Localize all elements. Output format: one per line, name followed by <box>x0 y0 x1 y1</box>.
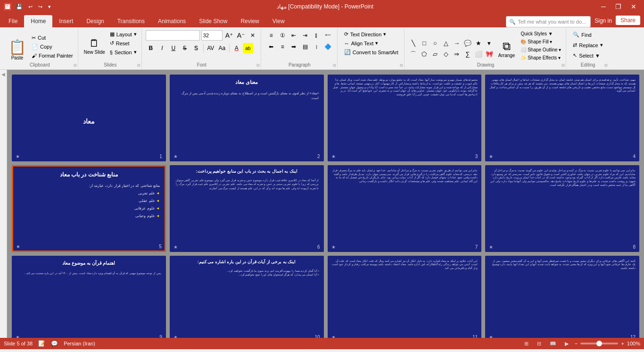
shape-block-arrow-btn[interactable]: ⇒ <box>452 49 462 59</box>
tab-design[interactable]: Design <box>80 15 110 27</box>
convert-smartart-button[interactable]: 🔄 Convert to SmartArt <box>342 48 400 56</box>
strikethrough-button[interactable]: S̶ <box>180 43 190 53</box>
share-button[interactable]: Share <box>616 16 640 25</box>
shape-diamond-btn[interactable]: ◇ <box>441 49 451 59</box>
shape-curve-btn[interactable]: ⌒ <box>408 49 419 59</box>
justify-btn[interactable]: ▤ <box>300 42 310 52</box>
zoom-level[interactable]: 100% <box>627 341 640 346</box>
tell-me-search[interactable]: 🔍 Tell me what you want to do... <box>506 16 591 27</box>
tab-review[interactable]: Review <box>234 15 265 27</box>
slide-thumb-3[interactable]: مجموعه های بسیار مهم و سرنوشت ساز آنها، … <box>328 75 482 161</box>
slide-thumb-9[interactable]: اهتمام قرآن به موضوع معاد پس از توجه، مو… <box>12 256 166 338</box>
zoom-out-btn[interactable]: − <box>575 341 578 346</box>
tab-view[interactable]: View <box>266 15 291 27</box>
zoom-slider[interactable] <box>580 343 618 344</box>
normal-view-btn[interactable]: ⊞ <box>522 340 531 348</box>
font-color-btn[interactable]: A <box>231 43 242 53</box>
shape-callout-btn[interactable]: 💬 <box>462 38 473 49</box>
shape-flowchart-btn[interactable]: ⬜ <box>473 49 484 59</box>
text-direction-button[interactable]: ⟳ Text Direction ▾ <box>342 30 400 38</box>
shadow-button[interactable]: S <box>191 43 201 53</box>
font-size-input[interactable] <box>201 30 223 41</box>
tab-insert[interactable]: Insert <box>52 15 80 27</box>
paragraph-expand-icon[interactable]: ⊡ <box>333 63 336 67</box>
align-left-btn[interactable]: ⬅ <box>266 42 276 52</box>
italic-button[interactable]: I <box>157 43 167 53</box>
tab-transitions[interactable]: Transitions <box>111 15 151 27</box>
shape-effects-button[interactable]: ✨ Shape Effects ▾ <box>519 54 563 61</box>
replace-button[interactable]: ⇄ Replace ▾ <box>570 41 605 50</box>
text-case-btn[interactable]: Aa <box>217 43 227 53</box>
shape-banner-btn[interactable]: 🎀 <box>484 49 495 59</box>
select-button[interactable]: ↖ Select ▼ <box>570 51 605 60</box>
close-btn[interactable]: ✕ <box>627 0 640 13</box>
highlight-btn[interactable]: ab <box>243 43 253 53</box>
quick-styles-button[interactable]: Quick Styles ▼ <box>519 30 563 37</box>
align-right-btn[interactable]: ➡ <box>289 42 299 52</box>
smartart-convert-btn[interactable]: 🔷 <box>322 42 333 52</box>
font-clear-btn[interactable]: ✕ <box>248 30 258 41</box>
slide-thumb-2[interactable]: معنای معاد «معاد» از نظر لغوی به معنای ب… <box>170 75 324 161</box>
cut-button[interactable]: ✂ Cut <box>30 34 75 42</box>
slide-sorter-btn[interactable]: ⊟ <box>535 340 544 348</box>
clipboard-expand-icon[interactable]: ⊡ <box>74 63 77 67</box>
increase-indent-btn[interactable]: ⇥ <box>300 30 310 41</box>
slide-grid-container[interactable]: مهم، شناخت، تأیید، و هدفمندی برای انسان … <box>7 70 644 338</box>
slide-thumb-10[interactable]: اینک به برخی از آیات قرآن در این باره اش… <box>170 256 324 338</box>
zoom-thumb[interactable] <box>596 341 602 346</box>
shape-line-btn[interactable]: ╲ <box>408 38 419 49</box>
more-quick-btn[interactable]: ▾ <box>46 3 53 11</box>
slide-thumb-1[interactable]: معاد 1 ★ <box>12 75 166 161</box>
shape-equation-btn[interactable]: ∑ <box>462 49 473 59</box>
underline-button[interactable]: U <box>168 43 179 53</box>
redo-quick-btn[interactable]: ↪ <box>36 3 44 11</box>
slide-thumb-7[interactable]: بنابراین نمی توانیم از طریق علوم تجربی ن… <box>328 165 482 252</box>
save-quick-btn[interactable]: 💾 <box>14 3 25 11</box>
shape-arrow-btn[interactable]: → <box>452 38 462 49</box>
drawing-expand-icon[interactable]: ⊡ <box>561 63 565 67</box>
slide-thumb-5[interactable]: منابع شناخت در باب معاد منابع شناختی که … <box>12 165 166 252</box>
numbering-btn[interactable]: ① <box>277 30 288 41</box>
shape-outline-button[interactable]: ⬜ Shape Outline ▾ <box>519 46 563 53</box>
texttools-expand-icon[interactable]: ⊡ <box>400 63 403 67</box>
shape-triangle-btn[interactable]: △ <box>441 38 451 49</box>
editing-expand-icon[interactable]: ⊡ <box>604 63 608 67</box>
zoom-in-btn[interactable]: + <box>621 341 624 346</box>
undo-quick-btn[interactable]: ↩ <box>26 3 34 11</box>
slides-expand-icon[interactable]: ⊡ <box>137 63 140 67</box>
slide-thumb-12[interactable]: البته این آگاهی های عرفانی برای دیگران م… <box>485 256 639 338</box>
new-slide-button[interactable]: 🗒 New Slide <box>82 35 107 57</box>
shape-parallelogram-btn[interactable]: ▱ <box>430 49 440 59</box>
columns-btn[interactable]: ⫿ <box>311 30 322 41</box>
shape-star-btn[interactable]: ★ <box>473 38 484 49</box>
bullets-btn[interactable]: ≡ <box>266 30 276 41</box>
slide-thumb-11[interactable]: این آیات علاوه بر اینکه به معاد اشاره دا… <box>328 256 482 338</box>
tab-home[interactable]: Home <box>24 15 52 27</box>
font-increase-btn[interactable]: A⁺ <box>224 30 234 41</box>
copy-button[interactable]: 📄 Copy <box>30 43 75 51</box>
scroll-left-indicator[interactable]: ◀ <box>1 72 5 77</box>
shape-pentagon-btn[interactable]: ⬠ <box>419 49 429 59</box>
font-expand-icon[interactable]: ⊡ <box>256 63 260 67</box>
font-name-input[interactable] <box>146 30 200 41</box>
section-button[interactable]: § Section ▾ <box>108 48 139 56</box>
align-center-btn[interactable]: ≡ <box>277 42 288 52</box>
tab-file[interactable]: File <box>2 15 24 27</box>
text-direction-btn[interactable]: ⬳ <box>322 30 333 41</box>
tab-slideshow[interactable]: Slide Show <box>192 15 234 27</box>
restore-btn[interactable]: ❐ <box>611 0 625 13</box>
font-decrease-btn[interactable]: A⁻ <box>236 30 246 41</box>
tab-animations[interactable]: Animations <box>151 15 192 27</box>
shape-more-btn[interactable]: ▾ <box>484 38 495 49</box>
arrange-button[interactable]: ⧉ Arrange <box>496 38 517 60</box>
find-button[interactable]: 🔍 Find <box>570 30 605 39</box>
notes-btn[interactable]: 📝 <box>38 340 45 347</box>
shape-rect-btn[interactable]: □ <box>419 38 429 49</box>
shape-fill-button[interactable]: 🎨 Shape Fill ▾ <box>519 38 563 45</box>
bold-button[interactable]: B <box>146 43 156 53</box>
slide-thumb-6[interactable]: اینک به اجمال به بحث در باب این منابع خو… <box>170 165 324 252</box>
format-painter-button[interactable]: 🖌 Format Painter <box>30 52 75 59</box>
paste-button[interactable]: 📋 Paste <box>5 37 30 62</box>
slide-thumb-8[interactable]: بنابراین نمی توانیم با علوم تجربی نسبت ب… <box>485 165 639 252</box>
layout-button[interactable]: ▦ Layout ▾ <box>108 30 139 38</box>
